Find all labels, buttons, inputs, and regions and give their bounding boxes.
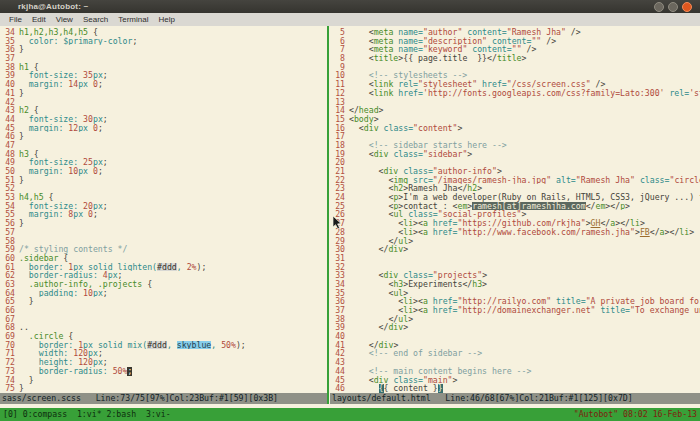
menu-item-view[interactable]: View <box>51 15 78 24</box>
code-line[interactable]: 18 <!-- sidebar starts here --> <box>330 141 700 150</box>
code-line[interactable]: 19 <div class="sidebar"> <box>330 150 700 159</box>
menu-item-terminal[interactable]: Terminal <box>113 15 153 24</box>
code-line[interactable]: 73 border-radius: 50%; <box>0 367 327 376</box>
code-line[interactable]: 40 <box>330 332 700 341</box>
code-line[interactable]: 62 border-radius: 4px; <box>0 271 327 280</box>
code-line[interactable]: 24 <p>I'm a web developer(Ruby on Rails,… <box>330 193 700 202</box>
code-line[interactable]: 52 <box>0 184 327 193</box>
code-line[interactable]: 42 <box>0 98 327 107</box>
code-line[interactable]: 25 <p>contact : <em>ramesh[at]rameshjha.… <box>330 202 700 211</box>
code-line[interactable]: 26 <ul class="social-profiles"> <box>330 210 700 219</box>
maximize-button[interactable] <box>668 2 678 12</box>
code-line[interactable]: 56} <box>0 219 327 228</box>
code-line[interactable]: 67 <box>0 315 327 324</box>
code-line[interactable]: 34h1,h2,h3,h4,h5 { <box>0 28 327 37</box>
code-line[interactable]: 51} <box>0 176 327 185</box>
code-line[interactable]: 29 </ul> <box>330 237 700 246</box>
code-line[interactable]: 27 <li><a href="https://github.com/rkjha… <box>330 219 700 228</box>
code-line[interactable]: 45 margin: 12px 0; <box>0 124 327 133</box>
menu-item-search[interactable]: Search <box>78 15 113 24</box>
code-line[interactable]: 6 <meta name="description" content="" /> <box>330 37 700 46</box>
code-line[interactable]: 66 <box>0 306 327 315</box>
close-button[interactable] <box>682 2 692 12</box>
code-line[interactable]: 12 <link href='http://fonts.googleapis.c… <box>330 89 700 98</box>
vim-pane-scss[interactable]: 34h1,h2,h3,h4,h5 {35 color: $primary-col… <box>0 28 327 393</box>
code-line[interactable]: 69 .circle { <box>0 332 327 341</box>
code-line[interactable]: 22 <img src="/images/ramesh-jha.jpg" alt… <box>330 176 700 185</box>
code-line[interactable]: 44 <!-- main content begins here --> <box>330 367 700 376</box>
code-line[interactable]: 68.. <box>0 323 327 332</box>
code-line[interactable]: 43h2 { <box>0 106 327 115</box>
code-line[interactable]: 43 <box>330 358 700 367</box>
code-line[interactable]: 21 <div class="author-info"> <box>330 167 700 176</box>
code-line[interactable]: 35 color: $primary-color; <box>0 37 327 46</box>
code-line[interactable]: 75} <box>0 384 327 393</box>
terminal-content[interactable]: 34h1,h2,h3,h4,h5 {35 color: $primary-col… <box>0 26 700 421</box>
code-line[interactable]: 13 <box>330 98 700 107</box>
code-line[interactable]: 23 <h2>Ramesh Jha</h2> <box>330 184 700 193</box>
code-line[interactable]: 59/* styling contents */ <box>0 245 327 254</box>
code-line[interactable]: 11 <link rel="stylesheet" href="/css/scr… <box>330 80 700 89</box>
code-line[interactable]: 61 border: 1px solid lighten(#ddd, 2%); <box>0 263 327 272</box>
code-line[interactable]: 45 <div class="main"> <box>330 376 700 385</box>
code-line[interactable]: 14</head> <box>330 106 700 115</box>
code-line[interactable]: 37 <box>0 54 327 63</box>
code-line[interactable]: 17 <box>330 132 700 141</box>
code-line[interactable]: 33 <div class="projects"> <box>330 271 700 280</box>
code-line[interactable]: 28 <li><a href="http://www.facebook.com/… <box>330 228 700 237</box>
code-line[interactable]: 46 {{ content }} <box>330 384 700 393</box>
code-line[interactable]: 5 <meta name="author" content="Ramesh Jh… <box>330 28 700 37</box>
code-line[interactable]: 15<body> <box>330 115 700 124</box>
code-line[interactable]: 60.sidebar { <box>0 254 327 263</box>
code-line[interactable]: 34 <h3>Experiments</h3> <box>330 280 700 289</box>
minimize-button[interactable] <box>654 2 664 12</box>
menu-item-edit[interactable]: Edit <box>27 15 51 24</box>
code-line[interactable]: 36 <li><a href="http://railyo.com" title… <box>330 297 700 306</box>
code-line[interactable]: 10 <!-- stylesheets --> <box>330 71 700 80</box>
code-line[interactable]: 47 <box>0 141 327 150</box>
titlebar[interactable]: rkjha@Autobot: ~ <box>0 0 700 13</box>
code-line[interactable]: 7 <meta name="keyword" content="" /> <box>330 45 700 54</box>
code-line[interactable]: 36} <box>0 45 327 54</box>
code-line[interactable]: 57 <box>0 228 327 237</box>
code-line[interactable]: 55 margin: 8px 0; <box>0 210 327 219</box>
code-line[interactable]: 63 .author-info, .projects { <box>0 280 327 289</box>
code-line[interactable]: 41 </div> <box>330 341 700 350</box>
code-line[interactable]: 44 font-size: 30px; <box>0 115 327 124</box>
code-line[interactable]: 20 <box>330 158 700 167</box>
code-line[interactable]: 42 <!-- end of sidebar --> <box>330 349 700 358</box>
code-line[interactable]: 71 width: 120px; <box>0 349 327 358</box>
tmux-pane-divider[interactable] <box>327 26 329 404</box>
code-line[interactable]: 16 <div class="content"> <box>330 124 700 133</box>
code-line[interactable]: 9 <box>330 63 700 72</box>
code-line[interactable]: 54 font-size: 20px; <box>0 202 327 211</box>
line-number: 23 <box>330 184 345 193</box>
code-line[interactable]: 37 <li><a href="http://domainexchanger.n… <box>330 306 700 315</box>
code-line[interactable]: 49 font-size: 25px; <box>0 158 327 167</box>
code-line[interactable]: 38h1 { <box>0 63 327 72</box>
menu-item-help[interactable]: Help <box>153 15 179 24</box>
code-line[interactable]: 39 </div> <box>330 323 700 332</box>
code-line[interactable]: 72 height: 120px; <box>0 358 327 367</box>
code-line[interactable]: 40 margin: 14px 0; <box>0 80 327 89</box>
code-line[interactable]: 58 <box>0 237 327 246</box>
code-line[interactable]: 74 } <box>0 376 327 385</box>
code-line[interactable]: 35 <ul> <box>330 289 700 298</box>
code-line[interactable]: 65 } <box>0 297 327 306</box>
code-line[interactable]: 70 border: 1px solid mix(#ddd, skyblue, … <box>0 341 327 350</box>
code-line[interactable]: 53h4,h5 { <box>0 193 327 202</box>
code-line[interactable]: 8 <title>{{ page.title }}</title> <box>330 54 700 63</box>
code-line[interactable]: 41} <box>0 89 327 98</box>
code-line[interactable]: 39 font-size: 35px; <box>0 71 327 80</box>
code-line[interactable]: 50 margin: 10px 0; <box>0 167 327 176</box>
code-line[interactable]: 64 padding: 10px; <box>0 289 327 298</box>
code-line[interactable]: 38 </ul> <box>330 315 700 324</box>
code-line[interactable]: 32 <box>330 263 700 272</box>
vim-pane-html[interactable]: 5 <meta name="author" content="Ramesh Jh… <box>330 28 700 393</box>
code-line[interactable]: 48h3 { <box>0 150 327 159</box>
tmux-window-list[interactable]: [0] 0:compass 1:vi* 2:bash 3:vi- <box>3 410 171 419</box>
code-line[interactable]: 31 <box>330 254 700 263</box>
code-line[interactable]: 30 </div> <box>330 245 700 254</box>
menu-item-file[interactable]: File <box>4 15 27 24</box>
code-line[interactable]: 46} <box>0 132 327 141</box>
